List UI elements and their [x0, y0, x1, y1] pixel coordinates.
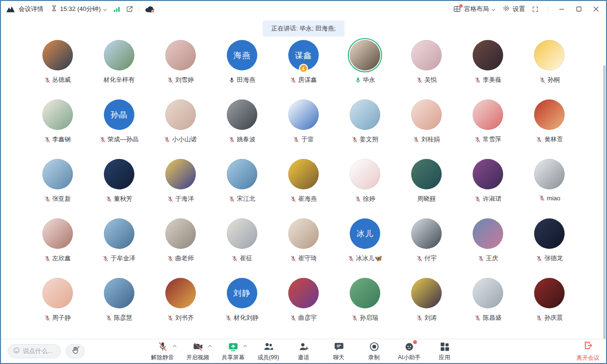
- participant-tile[interactable]: 海燕田海燕: [211, 40, 273, 99]
- network-signal-icon[interactable]: [113, 6, 121, 12]
- participant-avatar[interactable]: [104, 278, 134, 308]
- participant-avatar[interactable]: [534, 218, 565, 249]
- participant-tile[interactable]: 左欣鑫: [27, 218, 88, 278]
- participant-tile[interactable]: 小小山诺: [150, 99, 211, 159]
- participant-tile[interactable]: 姜文朔: [334, 99, 396, 159]
- participant-tile[interactable]: 张亚新: [27, 159, 88, 218]
- unmute-button[interactable]: 解除静音: [150, 341, 175, 362]
- participant-tile[interactable]: 曲老师: [150, 218, 211, 278]
- chat-input[interactable]: 说点什么...: [8, 344, 61, 358]
- participant-avatar[interactable]: [411, 218, 442, 249]
- invite-button[interactable]: 邀请: [291, 341, 316, 362]
- cloud-status-icon[interactable]: [144, 5, 155, 13]
- caret-up-icon[interactable]: [172, 344, 177, 347]
- participant-avatar[interactable]: 海燕: [227, 40, 257, 70]
- meeting-details-button[interactable]: 会议详情: [19, 5, 43, 13]
- fullscreen-button[interactable]: [532, 6, 539, 13]
- participant-tile[interactable]: 周晓丽: [396, 159, 457, 218]
- record-button[interactable]: 录制: [362, 341, 386, 362]
- participant-tile[interactable]: 冰儿冰冰儿🦋: [334, 218, 396, 278]
- participant-tile[interactable]: 王庆: [457, 218, 519, 278]
- participant-avatar[interactable]: [227, 159, 257, 189]
- participant-avatar[interactable]: [411, 159, 442, 189]
- participant-avatar[interactable]: [104, 40, 134, 70]
- participant-tile[interactable]: 崔海燕: [273, 159, 334, 218]
- participant-avatar[interactable]: [42, 159, 73, 189]
- participant-tile[interactable]: 陈昌盛: [457, 278, 519, 337]
- participant-avatar[interactable]: [288, 218, 319, 249]
- participant-tile[interactable]: 于雷: [273, 99, 334, 159]
- caret-up-icon[interactable]: [208, 344, 212, 347]
- participant-avatar[interactable]: [227, 99, 257, 130]
- participant-tile[interactable]: 崔征: [211, 218, 273, 278]
- participant-avatar[interactable]: [534, 278, 565, 308]
- chat-button[interactable]: 聊天: [326, 341, 351, 362]
- settings-button[interactable]: 设置: [502, 4, 525, 14]
- participant-tile[interactable]: 常雪萍: [457, 99, 519, 159]
- participant-tile[interactable]: 刘雪婷: [150, 40, 211, 99]
- leave-meeting-button[interactable]: 离开会议: [577, 340, 599, 362]
- participant-tile[interactable]: 曲彦宇: [273, 278, 334, 337]
- participant-avatar[interactable]: 冰儿: [350, 218, 380, 249]
- participant-avatar[interactable]: [473, 218, 503, 249]
- raise-hand-button[interactable]: [66, 344, 85, 358]
- participant-avatar[interactable]: [165, 159, 196, 189]
- participant-avatar[interactable]: [411, 278, 442, 308]
- participant-avatar[interactable]: [350, 99, 380, 130]
- participant-tile[interactable]: 董秋芳: [88, 159, 150, 218]
- participant-avatar[interactable]: [42, 278, 73, 308]
- layout-switch-button[interactable]: 宫格布局: [453, 5, 496, 13]
- participant-avatar[interactable]: [350, 40, 380, 70]
- participant-avatar[interactable]: [165, 218, 196, 249]
- close-button[interactable]: [591, 4, 601, 14]
- participant-avatar[interactable]: [473, 278, 503, 308]
- participant-tile[interactable]: 谋鑫房谋鑫: [273, 40, 334, 99]
- maximize-button[interactable]: [574, 4, 584, 14]
- participant-tile[interactable]: 付宇: [396, 218, 457, 278]
- participant-tile[interactable]: 刘静材化刘静: [211, 278, 273, 337]
- participant-tile[interactable]: 黄林萱: [519, 99, 580, 159]
- participant-tile[interactable]: 刘书齐: [150, 278, 211, 337]
- participant-tile[interactable]: 于海洋: [150, 159, 211, 218]
- participant-avatar[interactable]: [288, 278, 319, 308]
- participant-tile[interactable]: 李美薇: [457, 40, 519, 99]
- video-button[interactable]: 开启视频: [185, 341, 210, 362]
- participant-avatar[interactable]: [227, 218, 257, 249]
- share-button[interactable]: 共享屏幕: [221, 341, 245, 362]
- participant-tile[interactable]: 孙晶荣成—孙晶: [88, 99, 150, 159]
- participant-tile[interactable]: 刘涛: [396, 278, 457, 337]
- participant-tile[interactable]: miao: [519, 159, 580, 218]
- participant-tile[interactable]: 周子静: [27, 278, 88, 337]
- participant-tile[interactable]: 孙庆晨: [519, 278, 580, 337]
- participant-tile[interactable]: 许淑珺: [457, 159, 519, 218]
- participant-tile[interactable]: 毕永: [334, 40, 396, 99]
- participant-avatar[interactable]: 孙晶: [104, 99, 134, 130]
- participant-avatar[interactable]: [104, 218, 134, 249]
- participant-avatar[interactable]: [42, 99, 73, 130]
- ai-button[interactable]: AI小助手: [397, 341, 422, 362]
- participant-tile[interactable]: 徐婷: [334, 159, 396, 218]
- participant-avatar[interactable]: [42, 218, 73, 249]
- pop-out-icon[interactable]: [126, 5, 133, 13]
- participant-tile[interactable]: 姚春波: [211, 99, 273, 159]
- participant-avatar[interactable]: [104, 159, 134, 189]
- minimize-button[interactable]: [556, 4, 567, 14]
- participant-tile[interactable]: 崔守琦: [273, 218, 334, 278]
- participant-tile[interactable]: 张德龙: [519, 218, 580, 278]
- scrollbar[interactable]: [603, 65, 606, 362]
- participant-tile[interactable]: 刘桂娟: [396, 99, 457, 159]
- participant-avatar[interactable]: [165, 99, 196, 130]
- participant-avatar[interactable]: [473, 40, 503, 70]
- participant-avatar[interactable]: [42, 40, 73, 70]
- apps-button[interactable]: 应用: [432, 341, 457, 362]
- participant-avatar[interactable]: [411, 99, 442, 130]
- participant-tile[interactable]: 孙启瑞: [334, 278, 396, 337]
- participant-tile[interactable]: 宋江北: [211, 159, 273, 218]
- participant-tile[interactable]: 吴悦: [396, 40, 457, 99]
- participant-avatar[interactable]: [288, 99, 319, 130]
- meeting-timer[interactable]: 15:32 (40分钟): [51, 5, 107, 13]
- participant-avatar[interactable]: [165, 40, 196, 70]
- participant-avatar[interactable]: 谋鑫: [288, 40, 319, 70]
- participant-tile[interactable]: 陈彦慧: [88, 278, 150, 337]
- participant-tile[interactable]: 丛德威: [27, 40, 88, 99]
